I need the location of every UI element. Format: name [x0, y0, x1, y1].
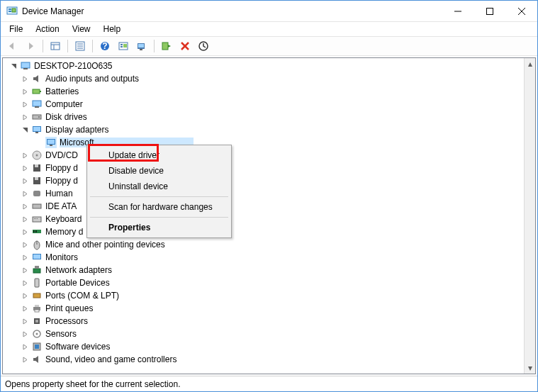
tree-category[interactable]: Disk drives	[6, 111, 524, 123]
maximize-button[interactable]	[473, 1, 505, 21]
tree-category[interactable]: Human	[6, 187, 524, 200]
svg-rect-70	[35, 320, 38, 323]
minimize-button[interactable]	[442, 1, 473, 21]
chevron-right-icon[interactable]	[20, 303, 30, 313]
context-menu: Update driver Disable device Uninstall d…	[86, 145, 232, 238]
tree-root[interactable]: DESKTOP-210O635	[6, 60, 524, 72]
menu-help[interactable]: Help	[98, 23, 127, 35]
tree-category[interactable]: Print queues	[6, 302, 524, 315]
chevron-right-icon[interactable]	[20, 214, 30, 224]
tree-category[interactable]: Monitors	[6, 251, 524, 264]
menu-action[interactable]: Action	[30, 23, 65, 35]
back-button[interactable]	[4, 38, 21, 55]
toolbar: ?	[1, 36, 537, 56]
tree-category[interactable]: Ports (COM & LPT)	[6, 289, 524, 302]
tree-category[interactable]: Audio inputs and outputs	[6, 72, 524, 85]
tree-category[interactable]: Batteries	[6, 85, 524, 98]
tree-category[interactable]: Mice and other pointing devices	[6, 238, 524, 251]
close-button[interactable]	[505, 1, 537, 21]
menu-file[interactable]: File	[4, 23, 28, 35]
action-button[interactable]	[115, 38, 132, 55]
chevron-right-icon[interactable]	[20, 112, 30, 122]
mouse-icon	[31, 239, 43, 250]
tree-category[interactable]: Software devices	[6, 340, 524, 353]
svg-point-43	[36, 155, 38, 157]
battery-icon	[31, 86, 43, 97]
memory-icon	[31, 226, 43, 237]
tree-category[interactable]: Portable Devices	[6, 276, 524, 289]
ctx-properties[interactable]: Properties	[89, 220, 230, 235]
chevron-right-icon[interactable]	[20, 86, 30, 96]
svg-rect-52	[35, 218, 36, 219]
vertical-scrollbar[interactable]: ▴ ▾	[524, 58, 535, 374]
window-title: Device Manager	[22, 6, 442, 16]
enable-button[interactable]	[158, 38, 175, 55]
svg-rect-20	[123, 44, 127, 47]
tree-category[interactable]: DVD/CD	[6, 149, 524, 162]
svg-rect-8	[51, 43, 60, 50]
update-button[interactable]	[195, 38, 212, 55]
chevron-right-icon[interactable]	[20, 189, 30, 198]
chevron-right-icon[interactable]	[20, 316, 30, 326]
tree-device-selected[interactable]: Microsoft	[6, 136, 524, 149]
chevron-right-icon[interactable]	[20, 354, 30, 364]
properties-button[interactable]	[72, 38, 89, 55]
ctx-scan-hardware[interactable]: Scan for hardware changes	[89, 199, 230, 215]
chevron-right-icon[interactable]	[20, 74, 30, 84]
svg-rect-67	[35, 305, 39, 307]
menu-view[interactable]: View	[67, 23, 96, 35]
device-tree[interactable]: DESKTOP-210O635 Audio inputs and outputs…	[3, 58, 524, 374]
chevron-down-icon[interactable]	[20, 125, 30, 135]
toolbar-separator	[92, 40, 93, 52]
tree-category-display[interactable]: Display adapters	[6, 123, 524, 136]
device-manager-window: Device Manager File Action View Help ?	[0, 0, 538, 392]
chevron-down-icon[interactable]	[9, 61, 18, 71]
statusbar: Opens property sheet for the current sel…	[1, 376, 537, 391]
tree-category[interactable]: Keyboard	[6, 213, 524, 225]
tree-category[interactable]: Floppy d	[6, 162, 524, 174]
chevron-right-icon[interactable]	[20, 252, 30, 262]
tree-category[interactable]: Computer	[6, 98, 524, 111]
chevron-right-icon[interactable]	[20, 163, 30, 173]
chevron-right-icon[interactable]	[20, 176, 30, 186]
ide-icon	[31, 201, 43, 212]
chevron-right-icon[interactable]	[20, 291, 30, 301]
computer-icon	[20, 60, 31, 72]
ctx-disable-device[interactable]: Disable device	[89, 163, 230, 179]
show-hidden-button[interactable]	[47, 38, 64, 55]
svg-rect-38	[35, 132, 38, 133]
help-button[interactable]: ?	[96, 38, 113, 55]
chevron-right-icon[interactable]	[20, 265, 30, 275]
ctx-uninstall-device[interactable]: Uninstall device	[89, 179, 230, 194]
display-icon	[31, 124, 43, 135]
tree-category[interactable]: Sensors	[6, 327, 524, 340]
chevron-right-icon[interactable]	[20, 342, 30, 352]
scan-button[interactable]	[133, 38, 150, 55]
svg-rect-68	[35, 310, 39, 312]
chevron-right-icon[interactable]	[20, 227, 30, 237]
sensor-icon	[31, 328, 43, 340]
tree-category[interactable]: Network adapters	[6, 264, 524, 276]
chevron-right-icon[interactable]	[20, 150, 30, 160]
uninstall-button[interactable]	[176, 38, 194, 55]
chevron-right-icon[interactable]	[20, 329, 30, 339]
chevron-right-icon[interactable]	[20, 99, 30, 109]
ctx-update-driver[interactable]: Update driver	[89, 147, 230, 163]
sound-icon	[31, 354, 43, 365]
tree-category[interactable]: Sound, video and game controllers	[6, 353, 524, 366]
chevron-right-icon[interactable]	[20, 201, 30, 211]
monitor-icon	[31, 252, 43, 263]
scroll-up-arrow[interactable]: ▴	[525, 58, 536, 69]
tree-category[interactable]: Processors	[6, 315, 524, 327]
software-icon	[31, 341, 43, 352]
scroll-down-arrow[interactable]: ▾	[525, 362, 536, 374]
forward-button[interactable]	[22, 38, 39, 55]
chevron-right-icon[interactable]	[20, 240, 30, 250]
tree-category[interactable]: IDE ATA	[6, 200, 524, 213]
root-label: DESKTOP-210O635	[34, 61, 113, 71]
tree-category[interactable]: Floppy d	[6, 174, 524, 187]
tree-category[interactable]: Memory d	[6, 225, 524, 238]
chevron-right-icon[interactable]	[20, 278, 30, 288]
floppy-icon	[31, 162, 43, 174]
svg-point-72	[36, 333, 38, 335]
